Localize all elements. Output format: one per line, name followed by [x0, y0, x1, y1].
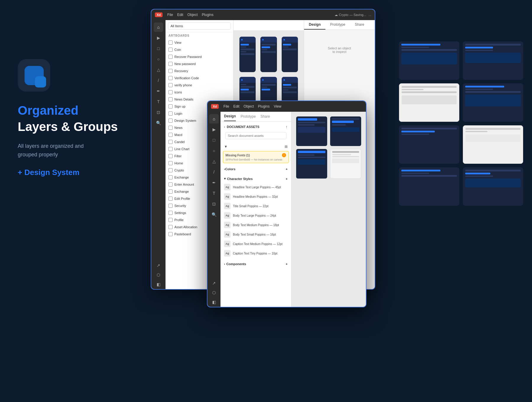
sidebar-text-icon[interactable]: T	[154, 97, 163, 106]
sidebar-pen-icon[interactable]: ✒	[154, 86, 163, 96]
layer-recover-password[interactable]: Recover Password	[166, 53, 233, 60]
right-tab-design[interactable]: Design	[304, 20, 325, 30]
app-icon-dot	[35, 76, 46, 87]
layer-coin[interactable]: Coin	[166, 46, 233, 53]
front-sidebar-home[interactable]: ⌂	[209, 114, 219, 124]
rt-thumb-8	[463, 167, 523, 206]
sidebar-triangle-icon[interactable]: △	[154, 65, 163, 74]
sidebar-ellipse-icon[interactable]: ○	[154, 54, 163, 64]
char-styles-header[interactable]: ▾ Character Styles +	[220, 175, 291, 182]
tab-design-front[interactable]: Design	[224, 112, 236, 121]
right-tab-prototype[interactable]: Prototype	[325, 20, 350, 30]
front-sidebar-bottom: ↗ ⬡ ◧	[209, 278, 219, 307]
grid-view-icon[interactable]: ⊞	[285, 145, 288, 149]
hero-description: All layers are organized and grouped pro…	[18, 142, 142, 159]
char-styles-title: Character Styles	[227, 177, 253, 181]
components-section-header[interactable]: › Components +	[220, 260, 291, 268]
front-sidebar-line[interactable]: /	[209, 167, 219, 177]
char-styles-add-icon[interactable]: +	[286, 177, 288, 181]
colors-add-icon[interactable]: +	[286, 167, 288, 171]
character-styles-section: ▾ Character Styles + Ag Headline Text La…	[220, 174, 291, 259]
menu-file-back[interactable]: File	[167, 13, 173, 17]
char-style-body-small: Ag Body Text Small Poppins — 16pt	[220, 230, 291, 239]
xd-app-icon-back: Xd	[155, 12, 163, 17]
ag-badge-7: Ag	[224, 241, 231, 247]
front-sidebar-ellipse[interactable]: ○	[209, 146, 219, 155]
title-dots: ...	[369, 13, 371, 17]
assets-back-arrow[interactable]: ‹	[224, 125, 225, 129]
front-sidebar-rect[interactable]: □	[209, 135, 219, 145]
rt-thumb-5	[399, 125, 459, 164]
saving-indicator: ☁ Crypto — Saving...	[335, 13, 366, 17]
front-sidebar-triangle[interactable]: △	[209, 157, 219, 166]
sidebar-home-icon[interactable]: ⌂	[154, 22, 163, 32]
xd-titlebar-back: Xd File Edit Object Plugins ☁ Crypto — S…	[151, 9, 375, 20]
menu-edit-back[interactable]: Edit	[177, 13, 183, 17]
xd-sidebar-back: ⌂ ▶ □ ○ △ / ✒ T ⊡ 🔍 ↗ ⬡ ◧	[151, 20, 166, 289]
colors-section-header[interactable]: › Colors +	[220, 166, 291, 173]
front-sidebar-layers[interactable]: ◧	[209, 297, 219, 307]
sidebar-share-icon[interactable]: ↗	[154, 261, 163, 270]
rt-thumb-4	[463, 83, 523, 122]
layer-new-password[interactable]: New password	[166, 60, 233, 67]
front-sidebar-zoom[interactable]: 🔍	[209, 210, 219, 219]
sidebar-zoom-icon[interactable]: 🔍	[154, 118, 163, 128]
sidebar-rect-icon[interactable]: □	[154, 44, 163, 53]
front-sidebar-share[interactable]: ↗	[209, 278, 219, 288]
front-sidebar-plugin[interactable]: ⬡	[209, 288, 219, 297]
layer-view[interactable]: View	[166, 39, 233, 46]
xd-assets-panel: Design Prototype Share ‹ DOCUMENT ASSETS…	[220, 112, 291, 307]
char-style-title-small: Ag Title Small Poppins — 22pt	[220, 201, 291, 211]
char-style-headline-medium: Ag Headline Medium Poppins — 32pt	[220, 192, 291, 201]
ag-badge-1: Ag	[224, 184, 231, 190]
menu-object-back[interactable]: Object	[187, 13, 198, 17]
front-thumb-1	[296, 116, 327, 146]
assets-header-row: ‹ DOCUMENT ASSETS ↑	[220, 121, 291, 132]
sidebar-layers-icon[interactable]: ◧	[154, 280, 163, 289]
menu-view-front[interactable]: View	[274, 104, 281, 108]
layer-icons[interactable]: icons	[166, 89, 233, 96]
assets-title: DOCUMENT ASSETS	[227, 125, 259, 129]
sidebar-arrow-icon[interactable]: ▶	[154, 33, 163, 43]
menu-file-front[interactable]: File	[223, 104, 229, 108]
assets-search-wrapper	[220, 132, 291, 143]
assets-upload-icon[interactable]: ↑	[286, 124, 288, 129]
xd-menu-back: File Edit Object Plugins	[167, 13, 213, 17]
front-canvas-area	[291, 112, 366, 307]
front-sidebar-text[interactable]: T	[209, 189, 219, 198]
front-sidebar-arrow[interactable]: ▶	[209, 125, 219, 134]
xd-window-front: Xd File Edit Object Plugins View ⌂ ▶ □ ○…	[207, 100, 366, 307]
front-thumb-4	[330, 149, 361, 179]
assets-search-input[interactable]	[225, 132, 286, 139]
rt-thumb-2	[463, 41, 523, 80]
assets-tabs-row: Design Prototype Share	[220, 112, 291, 121]
hero-section: Organized Layers & Groups All layers are…	[18, 59, 142, 177]
front-sidebar-pen[interactable]: ✒	[209, 178, 219, 187]
sidebar-line-icon[interactable]: /	[154, 76, 163, 85]
char-style-body-medium: Ag Body Text Medium Poppins — 18pt	[220, 220, 291, 230]
filter-icon[interactable]: ▼	[224, 145, 228, 149]
menu-plugins-front[interactable]: Plugins	[258, 104, 270, 108]
tab-share-front[interactable]: Share	[260, 112, 270, 121]
components-arrow: ›	[224, 262, 225, 266]
thumb-3	[282, 37, 298, 72]
front-sidebar-artboard[interactable]: ⊡	[209, 199, 219, 209]
front-canvas-thumbs	[291, 112, 366, 183]
layers-search-input[interactable]	[168, 22, 231, 30]
char-styles-arrow: ▾	[224, 177, 226, 181]
hero-title-layers: Layers & Groups	[18, 120, 142, 134]
layer-recovery[interactable]: Recovery	[166, 67, 233, 74]
tab-prototype-front[interactable]: Prototype	[241, 112, 256, 121]
menu-object-front[interactable]: Object	[244, 104, 254, 108]
right-tab-share[interactable]: Share	[350, 20, 369, 30]
layer-verify-phone[interactable]: verify phone	[166, 82, 233, 89]
ag-badge-5: Ag	[224, 222, 231, 228]
sidebar-plugin-icon[interactable]: ⬡	[154, 270, 163, 280]
menu-edit-front[interactable]: Edit	[233, 104, 239, 108]
ag-badge-8: Ag	[224, 250, 231, 257]
menu-plugins-back[interactable]: Plugins	[202, 13, 213, 17]
layer-verification-code[interactable]: Verification Code	[166, 74, 233, 82]
char-style-caption-tiny: Ag Caption Text Tiny Poppins — 10pt	[220, 249, 291, 258]
sidebar-artboard-icon[interactable]: ⊡	[154, 108, 163, 117]
components-add-icon[interactable]: +	[286, 262, 288, 266]
